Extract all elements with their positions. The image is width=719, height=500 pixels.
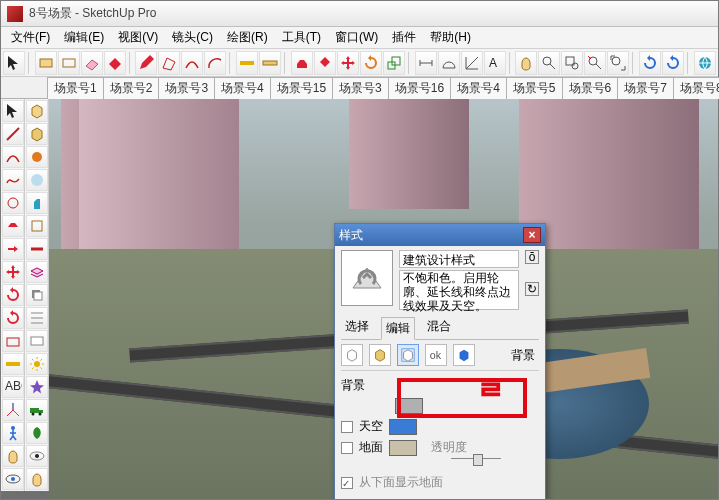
rect2-tool-icon[interactable] [58, 51, 80, 75]
select-icon[interactable] [2, 100, 24, 122]
component-icon[interactable] [26, 215, 48, 237]
cube-icon[interactable] [26, 100, 48, 122]
display-options-icon[interactable]: ŏ [525, 250, 539, 264]
scene-tab-2[interactable]: 场景号2 [103, 77, 160, 99]
circle-icon[interactable] [2, 192, 24, 214]
pushpull-icon[interactable] [2, 215, 24, 237]
truck-icon[interactable] [26, 399, 48, 421]
look-icon[interactable] [2, 468, 24, 490]
section-icon[interactable] [26, 238, 48, 260]
arc-icon[interactable] [2, 146, 24, 168]
scene-tab-12[interactable]: 场景号8 [673, 77, 719, 99]
sky-color-swatch[interactable] [389, 419, 417, 435]
modeling-settings-icon[interactable] [453, 344, 475, 366]
select-tool-icon[interactable] [3, 51, 25, 75]
scene-tab-11[interactable]: 场景号7 [617, 77, 674, 99]
followme-icon[interactable] [2, 238, 24, 260]
move-tool-icon[interactable] [337, 51, 359, 75]
hand2-icon[interactable] [26, 468, 48, 490]
edge-settings-icon[interactable] [341, 344, 363, 366]
tape-icon[interactable] [2, 353, 24, 375]
scene-tab-9[interactable]: 场景号5 [506, 77, 563, 99]
walk-icon[interactable] [2, 422, 24, 444]
abc-text-icon[interactable]: ABC [2, 376, 24, 398]
pan-tool-icon[interactable] [515, 51, 537, 75]
axes-tool-icon[interactable] [461, 51, 483, 75]
offset-tool-icon[interactable] [314, 51, 336, 75]
circle-fill-icon[interactable] [26, 146, 48, 168]
spray-icon[interactable] [26, 192, 48, 214]
status-icon[interactable] [26, 169, 48, 191]
ground-opacity-slider[interactable] [451, 458, 501, 470]
zoom-window-icon[interactable] [561, 51, 583, 75]
star-icon[interactable] [26, 376, 48, 398]
menu-edit[interactable]: 编辑(E) [58, 27, 110, 48]
freehand-icon[interactable] [2, 169, 24, 191]
move-icon[interactable] [2, 261, 24, 283]
close-icon[interactable]: × [523, 227, 541, 243]
dialog-titlebar[interactable]: 样式 × [335, 224, 545, 246]
scene-tab-5[interactable]: 场景号15 [270, 77, 333, 99]
menu-view[interactable]: 视图(V) [112, 27, 164, 48]
paint-tool-icon[interactable] [104, 51, 126, 75]
cube2-icon[interactable] [26, 123, 48, 145]
dims-tool-icon[interactable] [415, 51, 437, 75]
menu-plugins[interactable]: 插件 [386, 27, 422, 48]
zoom-extents-icon[interactable] [607, 51, 629, 75]
scale-tool-icon[interactable] [383, 51, 405, 75]
background-color-swatch[interactable] [395, 398, 423, 414]
watermark-settings-icon[interactable]: ok [425, 344, 447, 366]
rotate-tool-icon[interactable] [360, 51, 382, 75]
line-icon[interactable] [2, 123, 24, 145]
arc3pt-tool-icon[interactable] [181, 51, 203, 75]
face-settings-icon[interactable] [369, 344, 391, 366]
update-style-icon[interactable]: ↻ [525, 282, 539, 296]
offset-icon[interactable] [2, 330, 24, 352]
eraser-tool-icon[interactable] [81, 51, 103, 75]
zoom-tool-icon[interactable] [538, 51, 560, 75]
tape2-tool-icon[interactable] [259, 51, 281, 75]
ground-color-swatch[interactable] [389, 440, 417, 456]
protractor-tool-icon[interactable] [438, 51, 460, 75]
tab-edit[interactable]: 编辑 [381, 317, 415, 340]
menu-tools[interactable]: 工具(T) [276, 27, 327, 48]
text-tool-icon[interactable]: A [484, 51, 506, 75]
tab-select[interactable]: 选择 [341, 316, 373, 339]
menu-camera[interactable]: 镜头(C) [166, 27, 219, 48]
scale-icon[interactable] [2, 307, 24, 329]
sky-checkbox[interactable] [341, 421, 353, 433]
next-view-icon[interactable] [662, 51, 684, 75]
google-earth-icon[interactable] [694, 51, 716, 75]
layers-icon[interactable] [26, 261, 48, 283]
rect-tool-icon[interactable] [35, 51, 57, 75]
arc-tool-icon[interactable] [204, 51, 226, 75]
menu-draw[interactable]: 绘图(R) [221, 27, 274, 48]
scene-tab-7[interactable]: 场景号16 [388, 77, 451, 99]
rotate-icon[interactable] [2, 284, 24, 306]
style-thumbnail[interactable] [341, 250, 393, 306]
scene-tab-8[interactable]: 场景号4 [450, 77, 507, 99]
sun-icon[interactable] [26, 353, 48, 375]
ground-checkbox[interactable] [341, 442, 353, 454]
scene-icon[interactable] [26, 330, 48, 352]
scene-tab-6[interactable]: 场景号3 [332, 77, 389, 99]
scene-tab-10[interactable]: 场景号6 [562, 77, 619, 99]
scene-tab-4[interactable]: 场景号4 [214, 77, 271, 99]
style-name-field[interactable]: 建筑设计样式 [399, 250, 519, 268]
eye-icon[interactable] [26, 445, 48, 467]
background-settings-icon[interactable] [397, 344, 419, 366]
tape-tool-icon[interactable] [236, 51, 258, 75]
menu-window[interactable]: 窗口(W) [329, 27, 384, 48]
wire-icon[interactable] [26, 307, 48, 329]
scene-tab-3[interactable]: 场景号3 [158, 77, 215, 99]
scene-tab-1[interactable]: 场景号1 [47, 77, 104, 99]
menu-file[interactable]: 文件(F) [5, 27, 56, 48]
pushpull-tool-icon[interactable] [291, 51, 313, 75]
prev-view-icon[interactable] [639, 51, 661, 75]
poly-tool-icon[interactable] [158, 51, 180, 75]
pencil-tool-icon[interactable] [135, 51, 157, 75]
zoom-prev-icon[interactable] [584, 51, 606, 75]
hand-icon[interactable] [2, 445, 24, 467]
axis-icon[interactable] [2, 399, 24, 421]
show-ground-below-checkbox[interactable] [341, 477, 353, 489]
